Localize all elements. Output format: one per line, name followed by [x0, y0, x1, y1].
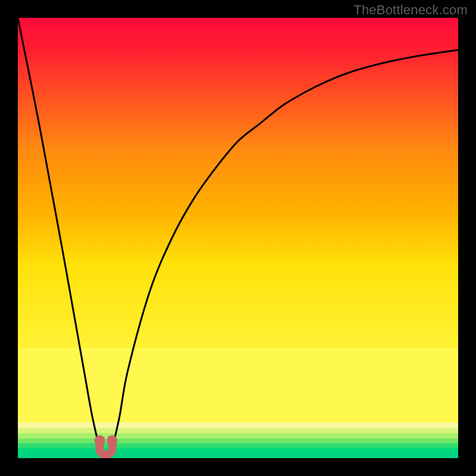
band-stripe-1 [18, 422, 458, 428]
band-stripe-4 [18, 439, 458, 443]
bottleneck-chart [18, 18, 458, 458]
chart-frame: TheBottleneck.com [0, 0, 476, 476]
svg-point-0 [95, 435, 105, 446]
band-pale-yellow [18, 348, 458, 422]
band-stripe-7 [18, 453, 458, 458]
gradient-upper [18, 18, 458, 348]
watermark-text: TheBottleneck.com [353, 2, 468, 18]
band-stripe-5 [18, 443, 458, 448]
band-stripe-3 [18, 433, 458, 439]
band-stripe-2 [18, 428, 458, 433]
svg-point-1 [107, 435, 117, 446]
band-stripe-6 [18, 448, 458, 453]
